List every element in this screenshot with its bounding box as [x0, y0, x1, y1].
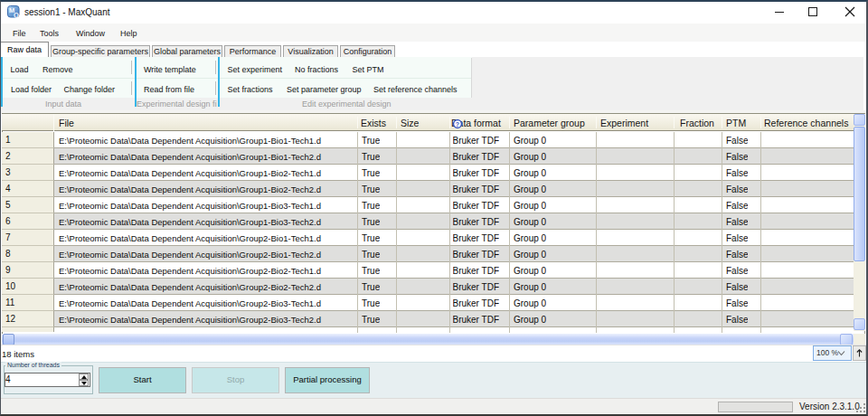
svg-text:?: ?: [455, 121, 458, 128]
svg-text:Q: Q: [14, 11, 19, 19]
